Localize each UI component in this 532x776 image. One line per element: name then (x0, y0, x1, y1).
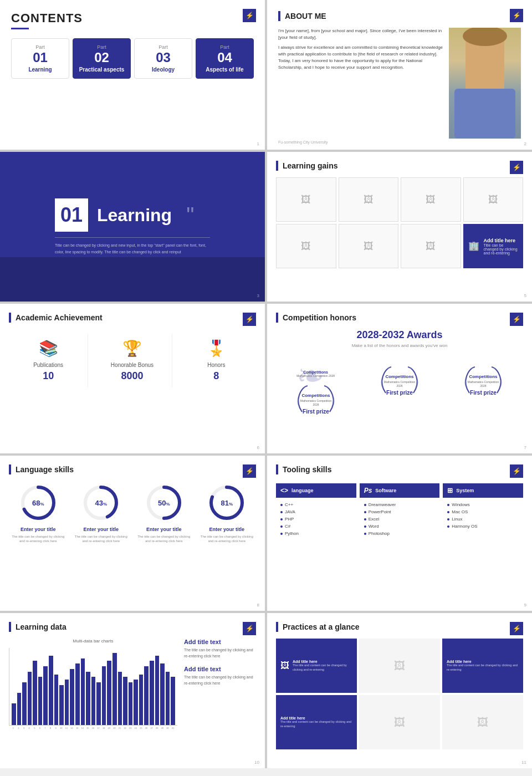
svg-text:First prize: First prize (303, 409, 329, 415)
part-card-3[interactable]: Part 03 Ideology (134, 38, 192, 79)
gains-logo: ⚡ (510, 161, 523, 174)
laurel-1: ❧ Competitions Mathematics Competition 2… (294, 363, 338, 378)
tool-python-label: Python (285, 531, 299, 536)
slide-num-2: 2 (524, 141, 526, 146)
bar-17 (102, 666, 106, 725)
svg-text:Mathematics Competition: Mathematics Competition (384, 380, 416, 384)
lang-desc-2: The title can be changed by clicking and… (72, 534, 131, 544)
lang-name-2: Enter your title (72, 527, 131, 532)
practice-text-3: Add title here The title and content can… (280, 716, 352, 728)
bars-container (9, 648, 177, 726)
part-card-1[interactable]: Part 01 Learning (11, 38, 69, 79)
circle-2: 43% (81, 483, 120, 522)
dot-windows (447, 504, 449, 506)
bar-4 (33, 661, 37, 725)
chart-label-26: 27 (150, 727, 154, 729)
svg-text:Mathematics Competition: Mathematics Competition (468, 380, 499, 384)
part-num-3: 03 (138, 51, 188, 64)
bar-6 (43, 666, 48, 725)
tool-linux: Linux (443, 515, 523, 523)
circle-3: 50% (145, 483, 183, 522)
tool-word: Word (360, 523, 440, 530)
code-icon: <> (280, 487, 288, 494)
practices-header: Practices at a glance (276, 622, 523, 632)
lang-desc-4: The title can be changed by clicking and… (198, 534, 257, 544)
tool-harmonyos: Harmony OS (443, 523, 523, 530)
practice-sub-3: The title and content can be changed by … (280, 720, 352, 728)
img-icon-6: 🖼 (364, 241, 374, 252)
tool-dw-label: Dreamweaver (369, 502, 396, 507)
chart-label-24: 25 (139, 727, 144, 729)
award-card-1: ❧ Competitions Mathematics Competition 2… (276, 357, 355, 426)
slide-about: ⚡ ABOUT ME I'm [your name], from [your s… (267, 0, 532, 150)
lang-item-4: 81% Enter your title The title can be ch… (198, 483, 257, 544)
chart-label-27: 28 (155, 727, 159, 729)
chart-label-5: 6 (38, 727, 42, 729)
chart-label-25: 26 (144, 727, 149, 729)
dot-cpp (280, 504, 283, 506)
competition-header: Competition honors (276, 313, 523, 323)
gain-title-dark: Add title here (484, 238, 519, 243)
about-text: I'm [your name], from [your school and m… (278, 28, 443, 139)
practice-dark-1: 🖼 Add title here The title and content c… (276, 639, 357, 693)
competition-section-bar (276, 313, 278, 323)
chart-label-19: 20 (112, 727, 117, 729)
bar-18 (107, 661, 111, 725)
gains-section-bar (276, 161, 278, 171)
chart-text-body-1: The title can be changed by clicking and… (184, 647, 256, 659)
achievement-bonus: 🏆 Honorable Bonus 8000 (93, 334, 172, 387)
part-card-2[interactable]: Part 02 Practical aspects (73, 38, 131, 79)
bonus-icon: 🏆 (98, 339, 166, 358)
bonus-label: Honorable Bonus (98, 362, 166, 368)
chart-label-14: 15 (86, 727, 90, 729)
tool-excel-label: Excel (369, 517, 380, 522)
learning-content: 01 Learning " Title can be changed by cl… (44, 187, 221, 266)
honors-label: Honors (182, 362, 250, 368)
lang-item-3: 50% Enter your title The title can be ch… (135, 483, 193, 544)
img-icon-7: 🖼 (426, 241, 436, 252)
chart-label-10: 11 (64, 727, 69, 729)
publications-label: Publications (14, 362, 82, 368)
tooling-section-bar (276, 464, 278, 474)
practices-title-wrap: Practices at a glance (276, 622, 360, 632)
practice-light-1: 🖼 (359, 639, 440, 693)
part-name-2: Practical aspects (76, 67, 127, 73)
gain-cell-1: 🖼 (276, 177, 336, 222)
part-num-1: 01 (15, 51, 65, 64)
tooling-title: Tooling skills (283, 465, 331, 474)
gains-grid: 🖼 🖼 🖼 🖼 🖼 🖼 🖼 🏢 Add title here Title can… (276, 177, 523, 268)
bar-3 (28, 672, 32, 725)
learning-title: Learning (97, 205, 172, 226)
language-logo: ⚡ (243, 464, 256, 478)
awards-title: 2028-2032 Awards (276, 329, 523, 341)
slide-num-4: 5 (524, 293, 526, 298)
building-icon: 🏢 (468, 241, 479, 252)
bonus-value: 8000 (98, 370, 166, 382)
tool-col-language: <> language C++ JAVA PHP C# Python (276, 483, 356, 537)
practice-title-3: Add title here (280, 716, 352, 720)
practice-img-3: 🖼 (394, 716, 405, 729)
tool-excel: Excel (360, 515, 440, 523)
competition-title-wrap: Competition honors (276, 313, 356, 323)
bar-19 (112, 653, 117, 725)
chart-label-0: 1 (11, 727, 16, 729)
gains-header: Learning gains (276, 161, 523, 171)
dot-photoshop (364, 533, 366, 535)
part-name-4: Aspects of life (200, 67, 250, 73)
circle-4: 81% (207, 483, 246, 522)
part-label-1: Part (15, 44, 65, 50)
part-card-4[interactable]: Part 04 Aspects of life (196, 38, 254, 79)
chart-label-28: 29 (160, 727, 165, 729)
about-header: ABOUT ME (278, 11, 521, 21)
tool-word-label: Word (369, 524, 379, 529)
tool-java-label: JAVA (285, 509, 295, 514)
lang-item-1: 68% Enter your title The title can be ch… (9, 483, 68, 544)
slide-language: ⚡ Language skills 68% Enter your title T… (0, 456, 265, 611)
lang-name-1: Enter your title (9, 527, 68, 532)
slide-competition: ⚡ Competition honors 2028-2032 Awards Ma… (267, 304, 532, 453)
img-icon-5: 🖼 (301, 241, 311, 252)
tool-csharp: C# (276, 523, 356, 530)
chart-text-body-2: The title can be changed by clicking and… (184, 675, 256, 686)
tool-ps-label: Photoshop (369, 531, 390, 536)
chart-label-22: 23 (128, 727, 132, 729)
